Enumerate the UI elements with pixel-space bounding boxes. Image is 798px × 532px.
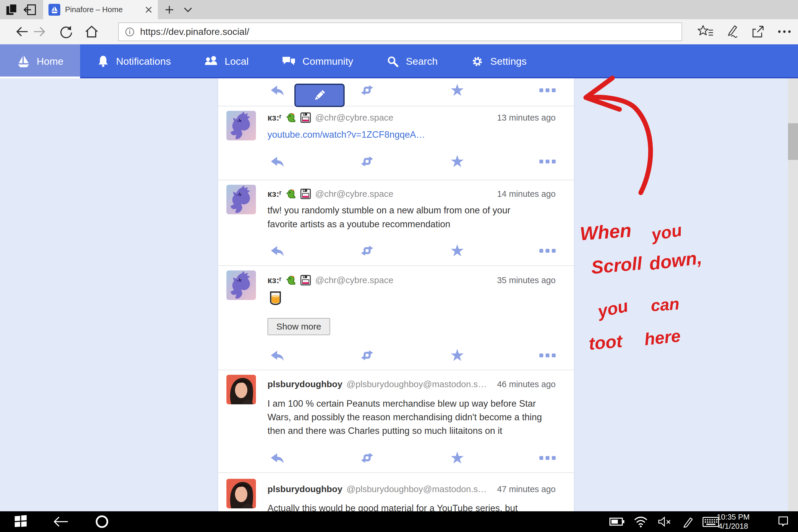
chat-bubbles-icon (282, 55, 296, 68)
display-name[interactable]: plsburydoughboy (267, 379, 342, 389)
boost-icon[interactable] (358, 242, 376, 260)
user-handle[interactable]: @chr@cybre.space (315, 275, 393, 285)
post-time: 13 minutes ago (497, 113, 556, 123)
tab-title: Pinafore – Home (65, 5, 140, 14)
more-options-icon[interactable] (538, 152, 556, 170)
boost-icon[interactable] (358, 81, 376, 99)
post-header: кз:ʳ @chr@cybre.space 14 minutes ago (267, 189, 556, 199)
clock-time: 10:35 PM (717, 513, 749, 522)
post[interactable]: plsburydoughboy @plsburydoughboy@mastodo… (218, 370, 574, 473)
more-options-icon[interactable] (538, 449, 556, 467)
compose-toot-button[interactable] (294, 84, 345, 107)
nav-label: Search (406, 56, 438, 67)
display-name[interactable]: plsburydoughboy (267, 484, 342, 494)
nav-item-home[interactable]: Home (0, 44, 80, 78)
post-header: кз:ʳ @chr@cybre.space 35 minutes ago (267, 275, 556, 285)
display-name[interactable]: кз:ʳ (267, 113, 281, 123)
post-partial[interactable]: ★ (218, 78, 574, 107)
avatar[interactable] (226, 270, 256, 300)
annotation-word: can (650, 294, 680, 315)
post[interactable]: plsburydoughboy @plsburydoughboy@mastodo… (218, 473, 574, 511)
show-more-button[interactable]: Show more (267, 318, 330, 335)
favorite-icon[interactable]: ★ (448, 449, 467, 467)
user-handle[interactable]: @plsburydoughboy@mastodon.s… (346, 379, 487, 389)
set-tabs-aside-icon[interactable] (3, 0, 20, 19)
avatar[interactable] (226, 111, 256, 140)
forward-icon[interactable] (31, 22, 49, 41)
more-options-icon[interactable] (538, 346, 556, 364)
boost-icon[interactable] (358, 346, 376, 364)
favorites-hub-icon[interactable] (697, 22, 715, 41)
nav-label: Community (302, 56, 353, 67)
reply-icon[interactable] (267, 449, 286, 467)
boost-icon[interactable] (358, 152, 376, 170)
post[interactable]: кз:ʳ @chr@cybre.space 35 minutes ago Sho… (218, 266, 574, 370)
site-info-icon[interactable] (125, 27, 135, 37)
battery-icon[interactable] (607, 511, 627, 532)
display-name[interactable]: кз:ʳ (267, 275, 281, 285)
favorite-icon[interactable]: ★ (448, 152, 467, 170)
wifi-icon[interactable] (631, 511, 650, 532)
tab-close-icon[interactable] (145, 6, 152, 14)
nav-label: Notifications (116, 56, 171, 67)
scrollbar-thumb[interactable] (788, 123, 798, 160)
new-tab-icon[interactable] (161, 0, 178, 19)
action-center-icon[interactable] (772, 511, 795, 532)
user-handle[interactable]: @chr@cybre.space (315, 113, 393, 123)
post-header: кз:ʳ @chr@cybre.space 13 minutes ago (267, 112, 556, 123)
favorite-icon[interactable]: ★ (448, 81, 467, 99)
start-button[interactable] (9, 511, 33, 532)
display-name[interactable]: кз:ʳ (267, 189, 281, 199)
reply-icon[interactable] (267, 346, 286, 364)
tab-list-chevron-icon[interactable] (180, 0, 196, 19)
post-body: I am 100 % certain Peanuts merchandise b… (267, 397, 556, 438)
nav-item-local[interactable]: Local (187, 44, 265, 78)
user-handle[interactable]: @plsburydoughboy@mastodon.s… (346, 484, 487, 494)
annotation-word: here (643, 326, 682, 349)
pen-icon[interactable] (678, 511, 698, 532)
cortana-icon[interactable] (89, 511, 115, 532)
avatar[interactable] (226, 375, 256, 404)
post[interactable]: кз:ʳ @chr@cybre.space 14 minutes ago tfw… (218, 180, 574, 266)
nav-item-settings[interactable]: Settings (454, 44, 543, 78)
more-options-icon[interactable] (538, 242, 556, 260)
avatar[interactable] (226, 185, 256, 214)
address-bar[interactable]: https://dev.pinafore.social/ (118, 22, 682, 41)
favorite-icon[interactable]: ★ (448, 242, 467, 260)
share-icon[interactable] (749, 22, 767, 41)
annotation-word: toot (588, 331, 623, 354)
page-scrollbar[interactable] (788, 78, 798, 511)
back-icon[interactable] (13, 22, 31, 41)
home-icon[interactable] (82, 22, 101, 41)
search-icon (386, 55, 399, 68)
favorite-icon[interactable]: ★ (448, 346, 467, 364)
nav-item-notifications[interactable]: Notifications (80, 44, 187, 78)
reply-icon[interactable] (267, 81, 286, 99)
site-nav: Home Notifications Local Community Searc… (0, 44, 798, 78)
web-note-pen-icon[interactable] (723, 22, 741, 41)
avatar[interactable] (226, 479, 256, 508)
taskbar-clock[interactable]: 10:35 PM 4/1/2018 (717, 511, 749, 532)
post[interactable]: кз:ʳ @chr@cybre.space 13 minutes ago you… (218, 107, 574, 180)
post-body: Actually this would be good material for… (267, 501, 556, 511)
settings-more-icon[interactable] (775, 22, 794, 41)
browser-tab[interactable]: Pinafore – Home (43, 0, 158, 19)
taskbar-back-icon[interactable] (47, 511, 74, 532)
clock-date: 4/1/2018 (718, 522, 748, 531)
nav-item-search[interactable]: Search (370, 44, 454, 78)
boost-icon[interactable] (358, 449, 376, 467)
dragon-emoji (285, 189, 296, 199)
more-options-icon[interactable] (538, 81, 556, 99)
tab-preview-icon[interactable] (21, 0, 38, 19)
volume-muted-icon[interactable] (655, 511, 674, 532)
user-handle[interactable]: @chr@cybre.space (315, 189, 393, 199)
reply-icon[interactable] (267, 152, 286, 170)
post-link[interactable]: youtube.com/watch?v=1ZCF8ngqeA… (267, 130, 425, 140)
tab-strip: Pinafore – Home (0, 0, 798, 19)
reply-icon[interactable] (267, 242, 286, 260)
refresh-icon[interactable] (57, 22, 75, 41)
sailboat-icon (17, 55, 30, 68)
nav-item-community[interactable]: Community (265, 44, 370, 78)
post-header: plsburydoughboy @plsburydoughboy@mastodo… (267, 484, 556, 494)
annotation-word: When (579, 219, 632, 245)
